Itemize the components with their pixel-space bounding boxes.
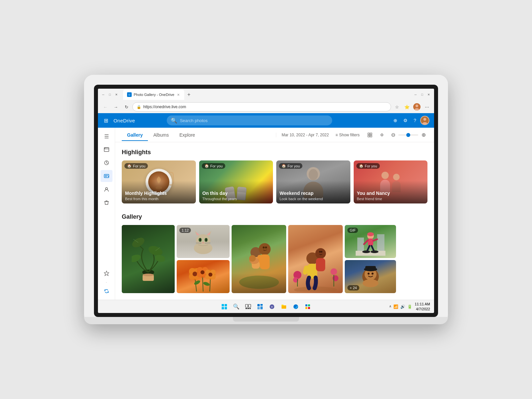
- user-avatar[interactable]: [420, 116, 429, 125]
- sidebar-item-shared[interactable]: [101, 183, 112, 195]
- svg-point-3: [416, 105, 418, 107]
- highlight-onthisday[interactable]: 🏠For you On this day Throughout the year…: [199, 160, 273, 203]
- svg-point-11: [105, 175, 107, 177]
- sidebar-item-recycle[interactable]: [101, 197, 112, 208]
- system-tray: ∧ 📶 🔊 🔋: [389, 304, 412, 309]
- tab-gallery[interactable]: Gallery: [122, 129, 148, 141]
- gallery-item-flowers[interactable]: [177, 260, 230, 293]
- svg-rect-93: [356, 251, 385, 256]
- laptop-screen: ─ □ ✕ O Photo Gallery - OneDrive ✕ +: [98, 89, 434, 313]
- collections-icon[interactable]: ⭐: [402, 102, 412, 111]
- favorites-icon[interactable]: ☆: [392, 102, 402, 111]
- highlight-sub-nancy: Best friend time: [357, 197, 424, 201]
- taskbar-taskview[interactable]: [243, 301, 253, 312]
- laptop-base: [84, 317, 448, 324]
- sidebar-item-menu[interactable]: ☰: [101, 130, 112, 142]
- zoom-in-button[interactable]: ⊕: [420, 131, 427, 139]
- more-icon[interactable]: ⋯: [422, 102, 431, 111]
- taskbar-widgets[interactable]: [255, 301, 265, 312]
- highlight-info-nancy: You and Nancy Best friend time: [354, 181, 428, 203]
- back-button[interactable]: ←: [101, 102, 110, 111]
- svg-rect-119: [257, 304, 260, 306]
- highlight-info-onthisday: On this day Throughout the years: [199, 181, 273, 203]
- svg-rect-82: [316, 258, 325, 271]
- gallery-item-couple[interactable]: [288, 225, 343, 293]
- highlights-title: Highlights: [122, 149, 427, 156]
- profile-avatar[interactable]: [413, 103, 421, 111]
- svg-rect-16: [368, 135, 370, 137]
- svg-point-102: [367, 232, 374, 236]
- sidebar-item-sync[interactable]: [101, 285, 112, 297]
- sidebar-item-photos[interactable]: [101, 170, 112, 182]
- network-icon[interactable]: ⊕: [391, 116, 399, 124]
- waffle-icon[interactable]: ⊞: [103, 116, 110, 125]
- svg-point-25: [143, 274, 154, 276]
- tab-albums[interactable]: Albums: [148, 129, 174, 141]
- nav-actions: ≡ Show filters ⚙ ⊖: [333, 131, 427, 139]
- date-display: 4/7/2022: [415, 307, 430, 311]
- close-button[interactable]: ✕: [114, 92, 119, 97]
- svg-rect-110: [222, 304, 224, 306]
- tray-expand[interactable]: ∧: [389, 304, 391, 309]
- forward-button[interactable]: →: [111, 102, 120, 111]
- maximize-button[interactable]: □: [107, 92, 112, 97]
- highlight-badge-weekend: 🏠For you: [279, 163, 302, 169]
- svg-line-99: [372, 246, 374, 251]
- taskbar-search[interactable]: 🔍: [231, 301, 242, 312]
- clock: 11:11 AM 4/7/2022: [415, 302, 430, 311]
- show-filters-button[interactable]: ≡ Show filters: [333, 131, 362, 139]
- help-icon[interactable]: ?: [412, 116, 418, 124]
- app-content: ☰: [98, 128, 434, 300]
- sidebar: ☰: [98, 128, 115, 300]
- time-display: 11:11 AM: [415, 302, 430, 306]
- gallery-item-cat[interactable]: 1:12: [177, 225, 230, 258]
- taskbar-right: ∧ 📶 🔊 🔋 11:11 AM 4/7/2022: [389, 302, 430, 311]
- search-input[interactable]: [180, 118, 328, 123]
- account-icon[interactable]: [412, 102, 421, 111]
- gallery-item-family[interactable]: [232, 225, 286, 293]
- highlight-monthly[interactable]: 🏠For you Monthly Highlights Best from th…: [122, 160, 196, 203]
- window-controls: ─ □ ✕: [101, 92, 119, 97]
- sidebar-item-premium[interactable]: [101, 267, 112, 279]
- highlight-title-monthly: Monthly Highlights: [125, 191, 193, 196]
- svg-line-98: [367, 246, 370, 251]
- svg-point-35: [205, 238, 207, 242]
- highlight-weekend[interactable]: 🏠For you Weekend recap Look back on the …: [276, 160, 350, 203]
- gallery-item-plant[interactable]: [122, 225, 175, 293]
- sidebar-item-files[interactable]: [101, 144, 112, 155]
- tab-close-icon[interactable]: ✕: [176, 92, 180, 97]
- win-maximize[interactable]: □: [420, 92, 425, 97]
- zoom-thumb[interactable]: [406, 133, 410, 137]
- tab-favicon: O: [127, 92, 132, 97]
- start-button[interactable]: [219, 301, 230, 312]
- show-filters-label: Show filters: [339, 133, 360, 137]
- zoom-out-button[interactable]: ⊖: [389, 131, 397, 139]
- gallery-item-selfie[interactable]: + 24: [345, 260, 396, 293]
- settings-button[interactable]: ⚙: [377, 131, 386, 139]
- win-minimize[interactable]: ─: [413, 92, 418, 97]
- active-tab[interactable]: O Photo Gallery - OneDrive ✕: [123, 89, 184, 100]
- taskbar-explorer[interactable]: [279, 301, 289, 312]
- filter-icon: ≡: [335, 133, 338, 137]
- layout-toggle[interactable]: [365, 131, 375, 139]
- new-tab-button[interactable]: +: [184, 90, 194, 99]
- taskbar: 🔍 T: [98, 300, 434, 313]
- sidebar-item-recent[interactable]: [101, 157, 112, 169]
- url-text: https://onedrive.live.com: [143, 105, 387, 109]
- minimize-button[interactable]: ─: [101, 92, 106, 97]
- settings-icon[interactable]: ⚙: [401, 116, 410, 124]
- win-close[interactable]: ✕: [426, 92, 431, 97]
- taskbar-teams[interactable]: T: [267, 301, 277, 312]
- svg-point-70: [259, 243, 271, 255]
- svg-point-56: [200, 270, 204, 274]
- refresh-button[interactable]: ↻: [122, 102, 131, 111]
- taskbar-edge[interactable]: [290, 301, 301, 312]
- zoom-slider[interactable]: [398, 134, 418, 136]
- tab-explore[interactable]: Explore: [174, 129, 200, 141]
- highlight-nancy[interactable]: 🏠For you You and Nancy Best friend time: [354, 160, 428, 203]
- highlight-badge-onthisday: 🏠For you: [202, 163, 225, 169]
- taskbar-store[interactable]: [302, 301, 313, 312]
- gallery-item-skater[interactable]: GIF: [345, 225, 396, 258]
- photo-search-bar[interactable]: 🔍: [167, 115, 332, 125]
- address-bar[interactable]: 🔒 https://onedrive.live.com: [132, 102, 391, 111]
